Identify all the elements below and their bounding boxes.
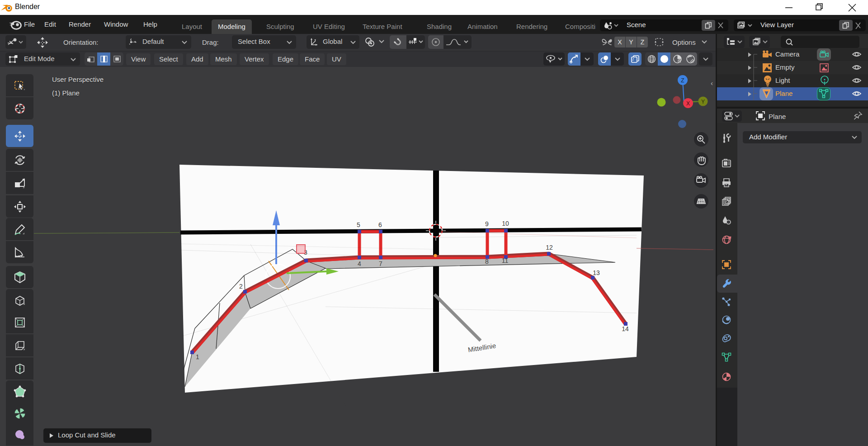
svg-text:13: 13 (593, 269, 600, 276)
svg-text:5: 5 (357, 221, 360, 228)
svg-text:Y: Y (701, 99, 705, 105)
svg-text:11: 11 (502, 257, 509, 264)
svg-text:1: 1 (196, 353, 199, 361)
svg-text:7: 7 (379, 260, 382, 267)
svg-text:6: 6 (378, 221, 382, 228)
svg-text:‹: ‹ (711, 79, 713, 87)
svg-text:9: 9 (485, 220, 489, 228)
svg-text:Z: Z (681, 77, 684, 84)
svg-text:14: 14 (622, 325, 629, 332)
svg-text:2: 2 (239, 283, 243, 290)
svg-text:12: 12 (546, 244, 553, 251)
svg-text:4: 4 (358, 260, 361, 267)
svg-text:10: 10 (502, 220, 509, 227)
svg-text:8: 8 (485, 258, 489, 265)
svg-text:X: X (686, 100, 690, 107)
